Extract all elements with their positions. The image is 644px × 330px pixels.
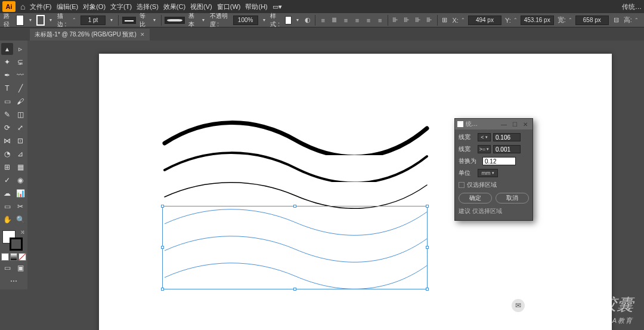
menu-type[interactable]: 文字(T) <box>110 2 132 11</box>
artboard-tool[interactable]: ▭ <box>1 201 13 212</box>
shape-builder-tool[interactable]: ◔ <box>1 148 13 160</box>
menu-edit[interactable]: 编辑(E) <box>57 2 79 11</box>
free-transform-tool[interactable]: ⊡ <box>14 135 26 147</box>
lasso-tool[interactable]: ⊊ <box>14 56 26 68</box>
align-left-icon[interactable]: ≡ <box>319 15 327 26</box>
menu-layout-icon[interactable]: ▭▾ <box>273 3 282 11</box>
style-swatch[interactable] <box>285 16 292 24</box>
transform-icon[interactable]: ⊞ <box>441 15 448 26</box>
paintbrush-tool[interactable]: 🖌 <box>14 95 26 107</box>
minimize-icon[interactable]: — <box>499 120 509 128</box>
handle-bc[interactable] <box>293 288 296 291</box>
width-tool[interactable]: ⋈ <box>1 135 13 147</box>
menu-select[interactable]: 选择(S) <box>137 2 159 11</box>
align-top-icon[interactable]: ≡ <box>353 15 361 26</box>
eraser-tool[interactable]: ◫ <box>14 109 26 121</box>
zoom-tool[interactable]: 🔍 <box>14 214 26 226</box>
operator-dropdown-2[interactable]: >=▾ <box>478 145 491 153</box>
handle-br[interactable] <box>426 288 429 291</box>
document-tab[interactable]: 未标题-1* @ 78.26% (RGB/GPU 预览) ✕ <box>30 29 150 41</box>
eyedropper-tool[interactable]: ✓ <box>1 174 13 186</box>
slice-tool[interactable]: ✂ <box>14 201 26 212</box>
pen-tool[interactable]: ✒ <box>1 69 13 81</box>
stroke-swatch[interactable] <box>36 15 45 26</box>
align-right-icon[interactable]: ≡ <box>342 15 349 26</box>
handle-ml[interactable] <box>161 246 164 249</box>
rectangle-tool[interactable]: ▭ <box>1 95 13 107</box>
magic-wand-tool[interactable]: ✦ <box>1 56 13 68</box>
shaper-tool[interactable]: ✎ <box>1 109 13 121</box>
distribute-icon[interactable]: ⊪ <box>414 15 422 26</box>
hand-tool[interactable]: ✋ <box>1 214 13 226</box>
link-icon[interactable]: ⌃ <box>512 16 519 25</box>
menu-view[interactable]: 视图(V) <box>190 2 212 11</box>
stroke-color[interactable] <box>10 238 23 251</box>
selection-tool[interactable]: ▴ <box>1 43 13 55</box>
align-middle-icon[interactable]: ≡ <box>365 15 373 26</box>
none-mode[interactable] <box>18 253 26 261</box>
stroke-link-icon[interactable]: ⌃ <box>72 16 77 25</box>
gradient-mode[interactable] <box>10 253 18 261</box>
menu-file[interactable]: 文件(F) <box>30 2 51 11</box>
handle-tr[interactable] <box>426 205 429 208</box>
solid-color-mode[interactable] <box>1 253 9 261</box>
style-dropdown-icon[interactable]: ▾ <box>295 16 301 25</box>
dialog-titlebar[interactable]: 统… — ☐ ✕ <box>455 119 532 129</box>
link-icon[interactable]: ⌃ <box>567 16 574 25</box>
scale-tool[interactable]: ⤢ <box>14 122 26 134</box>
maximize-icon[interactable]: ☐ <box>510 120 519 128</box>
canvas-area[interactable] <box>27 41 644 330</box>
constrain-icon[interactable]: ⊟ <box>612 15 620 26</box>
screen-mode-normal[interactable]: ▭ <box>1 262 13 274</box>
blend-tool[interactable]: ◉ <box>14 174 26 186</box>
w-input[interactable] <box>575 16 609 25</box>
line-tool[interactable]: ╱ <box>14 82 26 94</box>
handle-bl[interactable] <box>161 288 164 291</box>
perspective-tool[interactable]: ⊿ <box>14 148 26 160</box>
replace-input[interactable] <box>482 157 516 165</box>
curvature-tool[interactable]: 〰 <box>14 69 26 81</box>
align-center-icon[interactable]: ≣ <box>330 15 338 26</box>
selection-bounding-box[interactable] <box>162 206 428 289</box>
menu-effect[interactable]: 效果(C) <box>163 2 185 11</box>
brush-dropdown-icon[interactable]: ▾ <box>201 16 206 25</box>
type-tool[interactable]: T <box>1 82 13 94</box>
unit-dropdown[interactable]: mm▾ <box>478 169 498 177</box>
distribute-icon[interactable]: ⊪ <box>426 15 434 26</box>
align-bottom-icon[interactable]: ≡ <box>376 15 384 26</box>
width-value-1[interactable] <box>493 133 521 141</box>
stroke-preview[interactable] <box>122 17 137 24</box>
handle-mr[interactable] <box>426 246 429 249</box>
mesh-tool[interactable]: ⊞ <box>1 161 13 173</box>
edit-toolbar[interactable]: ⋯ <box>1 275 26 287</box>
menu-object[interactable]: 对象(O) <box>83 2 106 11</box>
selection-only-checkbox[interactable] <box>459 182 465 188</box>
app-logo[interactable]: Ai <box>2 1 16 12</box>
ok-button[interactable]: 确定 <box>459 193 492 203</box>
symbol-tool[interactable]: ☁ <box>1 187 13 199</box>
menu-help[interactable]: 帮助(H) <box>245 2 267 11</box>
stroke-width-dialog[interactable]: 统… — ☐ ✕ 线宽 <▾ 线宽 >=▾ 替换为 单位 mm▾ 仅选择区域 <box>454 118 533 221</box>
stroke-weight-input[interactable] <box>80 16 106 25</box>
cancel-button[interactable]: 取消 <box>496 193 529 203</box>
document-setup-icon[interactable]: ◐ <box>304 15 311 26</box>
distribute-icon[interactable]: ⊪ <box>402 15 410 26</box>
swap-colors-icon[interactable]: ⤭ <box>20 229 25 235</box>
rotate-tool[interactable]: ⟳ <box>1 122 13 134</box>
brush-preview[interactable] <box>165 17 185 24</box>
operator-dropdown-1[interactable]: <▾ <box>478 133 491 141</box>
home-icon[interactable]: ⌂ <box>20 2 25 11</box>
width-value-2[interactable] <box>493 145 521 153</box>
screen-mode-full[interactable]: ▣ <box>14 262 26 274</box>
fill-dropdown-icon[interactable]: ▾ <box>27 16 33 25</box>
profile-dropdown-icon[interactable]: ▾ <box>152 16 157 25</box>
stroke-weight-dropdown-icon[interactable]: ▾ <box>109 16 114 25</box>
opacity-input[interactable] <box>233 16 258 25</box>
stroke-dropdown-icon[interactable]: ▾ <box>48 16 54 25</box>
opacity-dropdown-icon[interactable]: ▾ <box>262 16 267 25</box>
close-icon[interactable]: ✕ <box>140 32 145 38</box>
y-input[interactable] <box>521 16 554 25</box>
distribute-icon[interactable]: ⊪ <box>391 15 399 26</box>
color-control[interactable]: ⤭ <box>1 229 26 251</box>
link-icon[interactable]: ⌃ <box>633 16 640 25</box>
